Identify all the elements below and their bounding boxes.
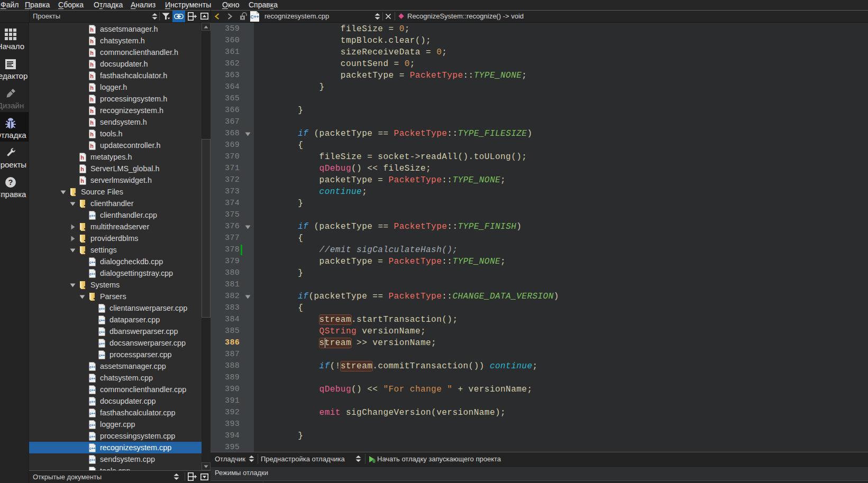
svg-text:h: h [90, 143, 94, 149]
svg-text:h: h [80, 166, 84, 172]
svg-text:c++: c++ [89, 470, 95, 471]
svg-text:h: h [90, 26, 94, 33]
svg-text:c++: c++ [99, 342, 105, 346]
svg-text:c++: c++ [99, 319, 105, 322]
svg-text:c++: c++ [99, 354, 105, 357]
svg-text:c++: c++ [99, 307, 105, 311]
svg-text:c++: c++ [89, 435, 95, 439]
svg-text:c++: c++ [89, 388, 95, 392]
svg-text:h: h [90, 38, 94, 44]
svg-text:c++: c++ [89, 214, 95, 218]
svg-text:h: h [90, 73, 94, 79]
svg-text:c++: c++ [89, 423, 95, 427]
svg-text:h: h [80, 178, 84, 184]
svg-text:C++: C++ [250, 14, 259, 20]
svg-text:h: h [90, 119, 94, 126]
svg-text:h: h [80, 154, 84, 161]
svg-text:c++: c++ [89, 447, 95, 450]
svg-text:c++: c++ [89, 365, 95, 369]
svg-text:h: h [90, 96, 94, 103]
svg-text:h: h [90, 85, 94, 91]
svg-text:c++: c++ [89, 458, 95, 462]
svg-text:c++: c++ [99, 330, 105, 334]
svg-text:c++: c++ [89, 377, 95, 380]
svg-text:?: ? [8, 178, 13, 187]
svg-text:h: h [90, 61, 94, 68]
svg-text:h: h [90, 50, 94, 56]
svg-text:c++: c++ [89, 400, 95, 404]
svg-text:h: h [90, 131, 94, 137]
svg-text:h: h [90, 108, 94, 114]
svg-text:c++: c++ [89, 261, 95, 264]
svg-text:c++: c++ [89, 412, 95, 415]
svg-text:c++: c++ [89, 272, 95, 276]
